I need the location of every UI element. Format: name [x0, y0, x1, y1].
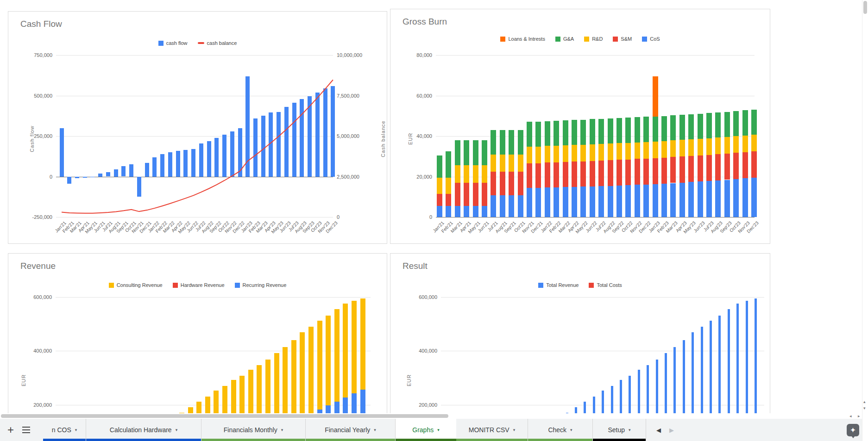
stacked-bar-segment [572, 145, 577, 161]
sheet-tab-financials-monthly[interactable]: Financials Monthly▾ [201, 419, 306, 441]
legend-item: Consulting Revenue [109, 282, 163, 288]
stacked-bar-segment [688, 156, 694, 182]
vertical-scrollbar[interactable]: ▴ ▾ [862, 0, 868, 441]
tab-dropdown-icon[interactable]: ▾ [281, 428, 283, 432]
stacked-bar-segment [616, 118, 622, 143]
left-axis-title: EUR [408, 133, 413, 145]
chart-legend: cash flowcash balance [8, 40, 387, 46]
stacked-bar-segment [446, 178, 451, 194]
sparkle-extension-button[interactable]: ✦ [847, 424, 859, 436]
stacked-bar-segment [500, 130, 505, 155]
stacked-bar-segment [616, 186, 622, 217]
tab-dropdown-icon[interactable]: ▾ [437, 428, 440, 432]
stacked-bar-segment [580, 120, 586, 145]
sheet-tab-n-cos[interactable]: n COS▾ [43, 419, 86, 441]
stacked-bar-segment [653, 158, 658, 184]
stacked-bar-segment [563, 187, 568, 217]
prev-tab-button[interactable]: ◀ [656, 427, 661, 434]
stacked-bar-segment [625, 160, 631, 186]
cash-flow-chart-card[interactable]: Cash Flowcash flowcash balance750,000500… [8, 11, 387, 244]
plot-area [436, 55, 755, 217]
tab-dropdown-icon[interactable]: ▾ [374, 428, 376, 432]
y-axis-tick-label: 0 [395, 214, 432, 220]
stacked-bar-segment [653, 142, 658, 158]
stacked-bar-segment [545, 187, 550, 217]
legend-item: cash flow [158, 40, 188, 46]
horizontal-scrollbar[interactable]: ◂ ▸ [0, 413, 868, 419]
tab-dropdown-icon[interactable]: ▾ [176, 428, 178, 432]
stacked-bar-segment [580, 145, 586, 161]
stacked-bar-segment [670, 140, 676, 157]
sheet-tab-label: Check [548, 426, 566, 434]
y-axis-tick-label: 750,000 [15, 52, 52, 58]
add-sheet-button[interactable]: + [7, 424, 14, 435]
stacked-bar-segment [527, 122, 532, 147]
scroll-down-icon[interactable]: ▾ [863, 406, 866, 410]
stacked-bar-segment [742, 136, 748, 152]
stacked-bar-segment [527, 147, 532, 163]
tab-dropdown-icon[interactable]: ▾ [75, 428, 77, 432]
tab-navigation: ◀ ▶ [646, 419, 674, 441]
stacked-bar-segment [455, 183, 460, 206]
stacked-bar-segment [590, 144, 595, 161]
sheet-tab-label: n COS [52, 426, 71, 434]
gridline [56, 351, 371, 351]
tab-color-stripe [201, 439, 305, 441]
stacked-bar-segment [670, 157, 676, 183]
legend-swatch [555, 37, 560, 42]
tab-dropdown-icon[interactable]: ▾ [513, 428, 516, 432]
gridline [441, 297, 764, 298]
gridline [436, 217, 755, 217]
scroll-up-icon[interactable]: ▴ [863, 400, 866, 404]
all-sheets-menu-button[interactable] [22, 427, 30, 434]
sheet-tab-calculation-hardware[interactable]: Calculation Hardware▾ [86, 419, 201, 441]
sheet-tab-label: MONITR CSV [469, 426, 509, 434]
stacked-bar-segment [733, 111, 739, 136]
stacked-bar-segment [343, 304, 348, 398]
legend-label: Total Costs [597, 282, 622, 288]
legend-swatch [584, 37, 589, 42]
gross-burn-chart-card[interactable]: Gross BurnLoans & IntrestsG&AR&DS&MCoS80… [390, 9, 770, 244]
horizontal-scrollbar-thumb[interactable] [1, 414, 448, 418]
stacked-bar-segment [608, 186, 613, 217]
sheet-tab-check[interactable]: Check▾ [528, 419, 593, 441]
tab-color-stripe [306, 439, 395, 441]
vertical-scrollbar-thumb[interactable] [863, 1, 867, 14]
sheet-tab-label: Calculation Hardware [110, 426, 172, 434]
stacked-bar-segment [554, 187, 559, 217]
stacked-bar-segment [554, 146, 559, 162]
legend-label: Recurring Revenue [243, 282, 287, 288]
stacked-bar-segment [653, 117, 658, 142]
tab-dropdown-icon[interactable]: ▾ [629, 428, 631, 432]
y-axis-tick-label-right: 10,000,000 [337, 52, 362, 58]
stacked-bar-segment [500, 155, 505, 171]
next-tab-button[interactable]: ▶ [669, 427, 674, 434]
sheet-tab-monitr-csv[interactable]: MONITR CSV▾ [456, 419, 528, 441]
stacked-bar-segment [598, 119, 604, 144]
y-axis-tick-label: 400,000 [15, 348, 52, 354]
sheet-tab-financial-yearly[interactable]: Financial Yearly▾ [306, 419, 396, 441]
stacked-bar-segment [473, 165, 478, 182]
tab-dropdown-icon[interactable]: ▾ [570, 428, 572, 432]
stacked-bar-segment [625, 185, 631, 217]
plot-area [56, 55, 333, 217]
stacked-bar-segment [317, 321, 322, 409]
scroll-right-icon[interactable]: ▸ [858, 414, 860, 418]
tab-color-stripe [396, 439, 456, 441]
tab-color-stripe [43, 439, 86, 441]
sheet-tab-graphs[interactable]: Graphs▾ [396, 419, 456, 441]
stacked-bar-segment [464, 165, 469, 182]
stacked-bar-segment [653, 184, 658, 217]
stacked-bar-segment [509, 195, 514, 217]
stacked-bar-segment [491, 130, 496, 155]
stacked-bar-segment [724, 154, 730, 180]
legend-item: S&M [613, 36, 632, 42]
stacked-bar-segment [608, 160, 613, 186]
stacked-bar-segment [291, 340, 296, 422]
stacked-bar-segment [625, 118, 631, 143]
scroll-left-icon[interactable]: ◂ [849, 414, 852, 418]
sheet-tab-setup[interactable]: Setup▾ [593, 419, 646, 441]
chart-title: Revenue [20, 261, 56, 271]
legend-item: Hardware Revenue [173, 282, 225, 288]
legend-label: R&D [592, 36, 603, 42]
